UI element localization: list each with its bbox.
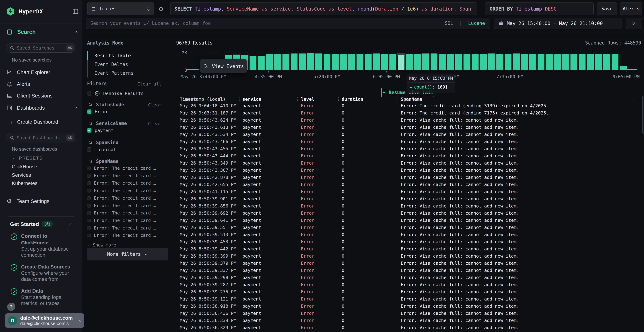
get-started-header[interactable]: Get Started 3/3	[10, 221, 72, 227]
histogram-bar[interactable]	[464, 54, 470, 70]
table-row[interactable]: ›May 26 8:50:38.918 PMpaymentError0Error…	[170, 302, 644, 310]
histogram-bar[interactable]	[579, 54, 586, 70]
table-row[interactable]: ›May 26 8:50:41.115 PMpaymentError0Error…	[170, 188, 644, 195]
saved-dashboards-search[interactable]: ⌘K	[6, 133, 76, 142]
saved-searches-input[interactable]	[17, 46, 63, 50]
filter-checkbox[interactable]	[87, 196, 91, 200]
sql-select-editor[interactable]: SELECT Timestamp, ServiceName as service…	[170, 2, 477, 15]
filter-checkbox[interactable]	[87, 182, 91, 185]
table-row[interactable]: ›May 26 8:50:39.287 PMpaymentError0Error…	[170, 281, 644, 288]
histogram-bar[interactable]	[570, 54, 577, 70]
sql-orderby-editor[interactable]: ORDER BY Timestamp DESC	[485, 2, 594, 15]
table-row[interactable]: ›May 26 8:50:43.349 PMpaymentError0Error…	[170, 160, 644, 166]
histogram-bar[interactable]	[406, 54, 413, 70]
col-timestamp[interactable]: Timestamp (Local)	[180, 96, 238, 102]
mode-event-deltas[interactable]: Event Deltas	[88, 60, 134, 69]
histogram-bar[interactable]	[439, 54, 446, 70]
histogram-bar[interactable]	[414, 54, 421, 70]
filter-option[interactable]: Error: The credit card …	[87, 166, 156, 171]
histogram-bar[interactable]	[422, 54, 429, 70]
table-row[interactable]: ›May 26 8:50:39.337 PMpaymentError0Error…	[170, 267, 644, 274]
column-resize-handle[interactable]: ⋮	[632, 96, 636, 102]
histogram-bar[interactable]	[595, 54, 602, 70]
histogram-bar[interactable]	[587, 54, 594, 70]
event-search-input[interactable]	[90, 20, 441, 26]
col-service[interactable]: ⋮service	[238, 96, 296, 102]
sidebar-preset-kubernetes[interactable]: Kubernetes	[12, 180, 38, 186]
source-settings-gear-icon[interactable]: ⚙	[159, 5, 163, 12]
help-button[interactable]: ?	[7, 303, 16, 311]
column-resize-handle[interactable]: ⋮	[238, 96, 241, 102]
table-row[interactable]: ›May 26 9:03:31.187 PMpaymentError0Error…	[170, 109, 644, 116]
table-row[interactable]: ›May 26 8:50:39.275 PMpaymentError0Error…	[170, 288, 644, 295]
table-row[interactable]: ›May 26 8:50:39.856 PMpaymentError0Error…	[170, 202, 644, 210]
table-row[interactable]: ›May 26 8:50:39.399 PMpaymentError0Error…	[170, 252, 644, 260]
filter-checkbox[interactable]	[87, 166, 91, 170]
sidebar-preset-services[interactable]: Services	[12, 172, 31, 178]
filter-checkbox[interactable]	[87, 226, 91, 230]
sidebar-preset-clickhouse[interactable]: ClickHouse	[12, 164, 37, 170]
histogram-bar[interactable]	[258, 56, 264, 70]
clear-all-filters-button[interactable]: Clear all	[138, 82, 162, 86]
table-row[interactable]: ›May 26 8:50:36.436 PMpaymentError0Error…	[170, 310, 644, 317]
filter-option[interactable]: Error: The credit card …	[87, 180, 156, 186]
histogram-bar[interactable]	[282, 54, 289, 70]
save-button[interactable]: Save	[597, 2, 617, 15]
filter-checkbox[interactable]	[87, 211, 91, 215]
filter-checkbox[interactable]	[87, 234, 91, 237]
sidebar-section-search[interactable]: Search	[6, 28, 78, 36]
filter-option[interactable]: Error: The credit card …	[87, 173, 156, 178]
show-more-button[interactable]: Show more	[87, 242, 116, 248]
histogram-bar[interactable]	[324, 54, 330, 70]
filter-checkbox[interactable]	[87, 219, 91, 222]
filter-option[interactable]: payment	[87, 128, 114, 133]
clear-filter-button[interactable]: Clear	[148, 121, 162, 126]
histogram-bar[interactable]	[521, 54, 528, 70]
col-level[interactable]: ⋮level	[296, 96, 337, 102]
filter-option[interactable]: Error: The credit card …	[87, 210, 156, 216]
mode-results-table[interactable]: Results Table	[88, 51, 134, 60]
table-row[interactable]: ›May 26 8:50:39.453 PMpaymentError0Error…	[170, 238, 644, 245]
histogram-bar[interactable]	[390, 54, 396, 70]
sidebar-item-client-sessions[interactable]: Client Sessions	[6, 92, 78, 100]
run-query-button[interactable]	[626, 18, 642, 29]
table-row[interactable]: ›May 26 8:50:43.534 PMpaymentError0Error…	[170, 131, 644, 138]
histogram-bar[interactable]	[332, 54, 339, 70]
get-started-step-add-data[interactable]: Add Data Start sending logs, metrics, or…	[10, 288, 72, 306]
table-row[interactable]: ›May 26 8:50:39.513 PMpaymentError0Error…	[170, 231, 644, 238]
filter-checkbox[interactable]	[87, 174, 91, 178]
filter-option[interactable]: Error	[87, 109, 108, 114]
histogram-bar[interactable]	[266, 54, 273, 70]
table-row[interactable]: ›May 26 9:04:18.410 PMpaymentError0Error…	[170, 102, 644, 109]
filter-option[interactable]: Error: The credit card …	[87, 203, 156, 208]
event-search-bar[interactable]: SQL|Lucene	[86, 18, 490, 29]
histogram-bar[interactable]	[250, 56, 256, 70]
filter-option[interactable]: Error: The credit card …	[87, 233, 156, 238]
sidebar-collapse-icon[interactable]	[72, 8, 78, 15]
lang-toggle-sql[interactable]: SQL	[445, 20, 453, 26]
column-resize-handle[interactable]: ⋮	[396, 96, 399, 102]
date-range-picker[interactable]: May 26 15:40:00 - May 26 21:10:00	[494, 18, 622, 29]
histogram-bar[interactable]	[538, 54, 544, 70]
histogram-bar[interactable]	[291, 54, 298, 70]
table-row[interactable]: ›May 26 8:50:43.613 PMpaymentError0Error…	[170, 124, 644, 131]
get-started-step-connect[interactable]: Connect to ClickHouse Set up your databa…	[10, 233, 72, 258]
table-row[interactable]: ›May 26 8:50:43.624 PMpaymentError0Error…	[170, 116, 644, 124]
alerts-button[interactable]: Alerts	[620, 2, 642, 15]
saved-dashboards-input[interactable]	[17, 135, 63, 140]
filter-option[interactable]: Error: The credit card …	[87, 218, 156, 223]
table-row[interactable]: ›May 26 8:50:42.655 PMpaymentError0Error…	[170, 181, 644, 188]
column-resize-handle[interactable]: ⋮	[337, 96, 340, 102]
user-menu[interactable]: D dale@clickhouse.com dale@clickhouse.co…	[5, 314, 84, 328]
histogram-bar[interactable]	[604, 54, 610, 70]
histogram-bar[interactable]	[513, 54, 520, 70]
results-histogram[interactable]: May 26 3:40:00 PM4:35:00 PM5:20:00 PM6:0…	[190, 52, 637, 70]
histogram-bar[interactable]	[488, 54, 495, 70]
get-started-step-sources[interactable]: Create Data Sources Configure where your…	[10, 264, 72, 282]
table-row[interactable]: ›May 26 8:50:36.339 PMpaymentError0Error…	[170, 317, 644, 324]
histogram-bar[interactable]	[496, 54, 503, 70]
sidebar-item-team-settings[interactable]: ⚙ Team Settings	[6, 197, 78, 205]
histogram-bar[interactable]	[455, 54, 462, 70]
sidebar-item-dashboards[interactable]: Dashboards	[6, 104, 78, 112]
histogram-bar[interactable]	[447, 54, 454, 70]
